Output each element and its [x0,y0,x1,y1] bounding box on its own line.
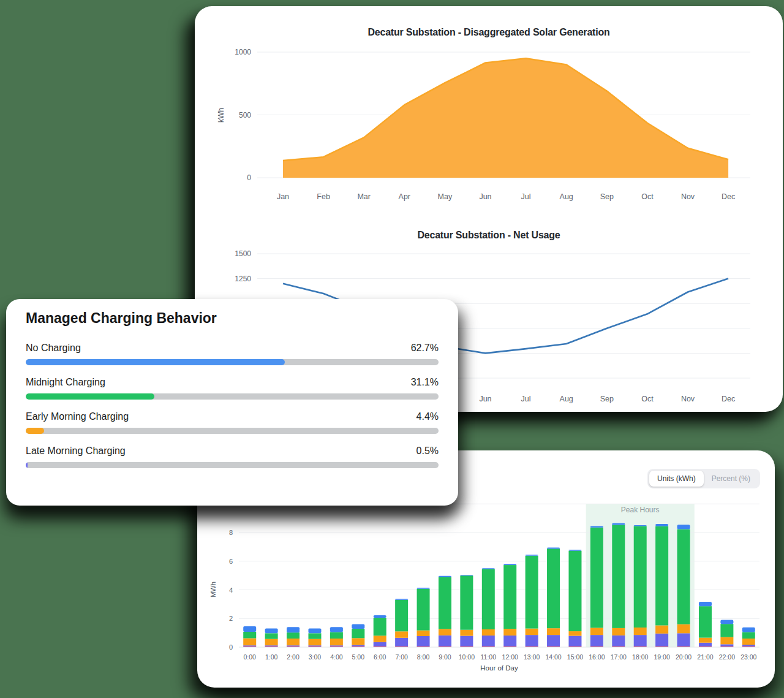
bar-segment-blue [265,629,278,634]
peak-hours-label: Peak Hours [621,506,660,514]
net-usage-chart-title: Decatur Substation - Net Usage [195,230,783,241]
x-tick-label: 3:00 [309,653,322,661]
bar-segment-orange [265,639,278,646]
charging-behavior-row: No Charging 62.7% [26,343,439,365]
behavior-percent: 31.1% [411,377,439,388]
x-tick-label: 5:00 [352,653,365,661]
bar-segment-red [503,647,516,647]
bar-segment-green [742,632,755,639]
bar-segment-green [395,600,408,631]
charging-behavior-row: Midnight Charging 31.1% [26,377,439,400]
units-kwh-button[interactable]: Units (kWh) [649,471,704,487]
bar-segment-orange [699,638,712,643]
bar-segment-blue [526,555,538,556]
bar-segment-orange [720,637,733,645]
bar-segment-red [655,647,668,647]
bar-segment-orange [503,629,516,635]
charging-behavior-row: Early Morning Charging 4.4% [26,411,439,434]
bar-segment-indigo [287,645,300,647]
bar-segment-blue [417,588,430,589]
x-tick-label: Jul [521,395,531,403]
bar-segment-red [526,647,538,647]
behavior-progress-fill [26,462,28,468]
x-tick-label: Sep [600,192,614,201]
bar-segment-blue [503,564,516,565]
bar-segment-green [547,548,560,628]
bar-segment-indigo [655,634,668,647]
bar-segment-indigo [308,645,321,647]
x-tick-label: 19:00 [654,653,669,661]
bar-segment-blue [634,525,647,526]
x-tick-label: May [438,192,453,201]
behavior-percent: 62.7% [411,343,439,354]
y-tick-label: 2 [229,615,233,622]
x-tick-label: 11:00 [481,653,497,661]
bar-segment-indigo [460,636,473,647]
bar-segment-blue [352,624,364,629]
y-tick-label: 1250 [235,275,251,283]
bar-segment-green [612,525,625,628]
x-tick-label: 6:00 [374,653,386,661]
bar-segment-red [395,647,408,647]
x-tick-label: 9:00 [439,653,451,661]
percent-button[interactable]: Percent (%) [704,471,758,487]
behavior-label: Late Morning Charging [26,446,126,457]
x-tick-label: Jun [479,192,491,201]
bar-segment-indigo [265,645,278,647]
behavior-label: No Charging [26,343,81,354]
bar-segment-orange [568,631,581,635]
area-series [283,58,728,178]
x-tick-label: 16:00 [589,653,605,661]
bar-segment-red [482,647,495,647]
bar-segment-blue [308,629,321,634]
bar-segment-blue [720,620,733,624]
y-tick-label: 500 [239,111,251,119]
x-tick-label: Oct [641,192,654,201]
bar-segment-indigo [699,643,712,647]
bar-segment-green [374,618,386,635]
x-tick-label: 23:00 [741,653,756,661]
x-tick-label: Jul [521,192,531,201]
bar-segment-orange [308,639,321,646]
bar-segment-orange [460,630,473,636]
bar-segment-green [677,529,690,624]
x-tick-label: Aug [560,192,573,201]
bar-segment-blue [482,568,495,569]
bar-segment-red [460,647,473,647]
x-tick-label: 1:00 [265,653,278,661]
bar-segment-indigo [677,633,690,647]
bar-segment-green [503,565,516,629]
solar-area-chart: 05001000JanFebMarAprMayJunJulAugSepOctNo… [195,36,783,219]
bar-segment-green [417,589,430,631]
x-tick-label: 0:00 [243,653,256,661]
bar-segment-green [265,633,278,639]
bar-segment-orange [352,638,364,645]
bar-segment-green [330,632,343,639]
y-tick-label: 0 [247,173,251,182]
managed-charging-title: Managed Charging Behavior [26,310,439,327]
bar-segment-indigo [482,635,495,647]
bar-segment-orange [612,628,625,635]
y-tick-label: 1500 [235,249,251,258]
bar-segment-red [265,647,278,647]
x-tick-label: 18:00 [632,653,648,661]
bar-segment-indigo [568,636,581,647]
bar-segment-indigo [352,645,364,646]
y-tick-label: 8 [229,529,233,536]
bar-segment-blue [699,602,712,606]
charging-behavior-list: No Charging 62.7% Midnight Charging 31.1… [26,343,439,468]
bar-segment-indigo [526,635,538,647]
bar-segment-red [590,647,603,647]
y-tick-label: 1000 [235,48,251,56]
x-axis-title: Hour of Day [480,664,518,672]
x-tick-label: Feb [317,192,330,201]
bar-segment-indigo [417,636,430,647]
behavior-percent: 4.4% [417,411,439,422]
bar-segment-orange [374,635,386,642]
bar-segment-green [287,632,300,639]
bar-segment-green [655,526,668,626]
bar-segment-red [634,647,647,647]
bar-segment-orange [655,625,668,633]
managed-charging-card: Managed Charging Behavior No Charging 62… [6,299,458,506]
x-tick-label: Dec [722,192,735,201]
